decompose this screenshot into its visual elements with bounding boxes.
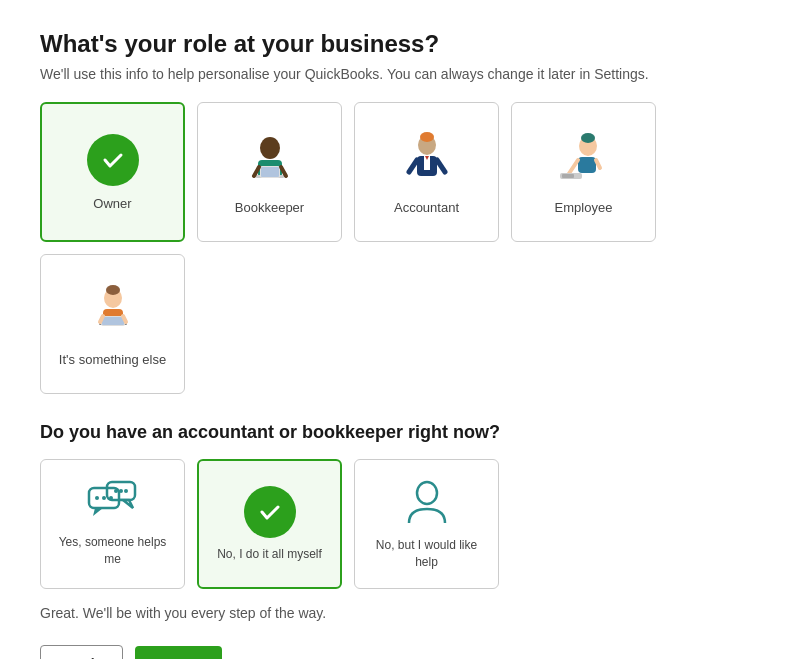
svg-point-15: [581, 133, 595, 143]
svg-point-22: [106, 285, 120, 295]
svg-point-37: [119, 489, 123, 493]
accountant-illustration: [395, 130, 459, 190]
svg-point-36: [114, 489, 118, 493]
role-label-accountant: Accountant: [394, 200, 459, 215]
accountant-card-do-it-myself[interactable]: No, I do it all myself: [197, 459, 342, 589]
next-button[interactable]: Next: [135, 646, 221, 659]
accountant-label-do-it-myself: No, I do it all myself: [217, 546, 322, 563]
accountant-grid: Yes, someone helps me No, I do it all my…: [40, 459, 760, 589]
svg-rect-4: [261, 167, 279, 177]
accountant-label-would-like-help: No, but I would like help: [365, 537, 488, 571]
svg-line-18: [596, 160, 600, 168]
role-card-employee[interactable]: Employee: [511, 102, 656, 242]
svg-point-38: [124, 489, 128, 493]
svg-rect-20: [562, 174, 574, 178]
button-row: Back Next: [40, 645, 760, 659]
svg-point-34: [102, 496, 106, 500]
role-card-bookkeeper[interactable]: Bookkeeper: [197, 102, 342, 242]
do-it-myself-check-icon: [244, 486, 296, 538]
section2-title: Do you have an accountant or bookkeeper …: [40, 422, 760, 443]
role-label-employee: Employee: [555, 200, 613, 215]
confirmation-text: Great. We'll be with you every step of t…: [40, 605, 760, 621]
svg-point-33: [95, 496, 99, 500]
svg-line-17: [568, 160, 578, 175]
role-card-something-else[interactable]: It's something else: [40, 254, 185, 394]
owner-check-icon: [87, 134, 139, 186]
bookkeeper-illustration: [238, 130, 302, 190]
svg-rect-26: [102, 317, 124, 325]
page-title: What's your role at your business?: [40, 30, 760, 58]
svg-marker-32: [123, 500, 133, 508]
role-label-owner: Owner: [93, 196, 131, 211]
role-card-accountant[interactable]: Accountant: [354, 102, 499, 242]
accountant-card-would-like-help[interactable]: No, but I would like help: [354, 459, 499, 589]
svg-point-8: [420, 132, 434, 142]
svg-line-27: [100, 316, 103, 322]
something-else-illustration: [81, 282, 145, 342]
svg-rect-16: [578, 157, 596, 173]
role-label-bookkeeper: Bookkeeper: [235, 200, 304, 215]
svg-line-12: [409, 160, 417, 172]
accountant-card-someone-helps[interactable]: Yes, someone helps me: [40, 459, 185, 589]
back-button[interactable]: Back: [40, 645, 123, 659]
role-card-owner[interactable]: Owner: [40, 102, 185, 242]
svg-point-39: [417, 482, 437, 504]
role-grid: Owner Bookkeeper: [40, 102, 760, 394]
employee-illustration: [552, 130, 616, 190]
someone-helps-icon: [87, 480, 139, 526]
svg-line-28: [123, 316, 126, 322]
page-subtitle: We'll use this info to help personalise …: [40, 66, 760, 82]
svg-point-0: [260, 137, 280, 159]
accountant-label-someone-helps: Yes, someone helps me: [51, 534, 174, 568]
svg-line-13: [437, 160, 445, 172]
svg-point-35: [109, 496, 113, 500]
role-label-something-else: It's something else: [59, 352, 166, 367]
would-like-help-icon: [404, 477, 450, 529]
